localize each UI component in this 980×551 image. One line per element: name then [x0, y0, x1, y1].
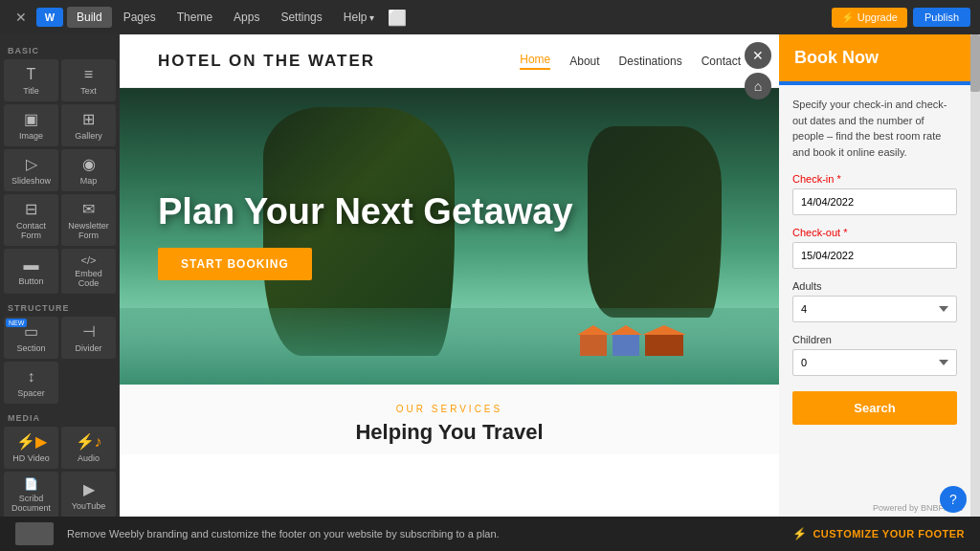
- search-button[interactable]: Search: [792, 391, 957, 425]
- panel-item-slideshow[interactable]: ▷ Slideshow: [4, 149, 58, 191]
- spacer-icon: ↕: [28, 368, 35, 386]
- gallery-label: Gallery: [75, 131, 102, 141]
- hut-1: [580, 335, 607, 356]
- gallery-icon: ⊞: [82, 110, 95, 128]
- panel-item-button[interactable]: ▬ Button: [4, 249, 58, 294]
- right-area: Book Now Specify your check-in and check…: [779, 34, 980, 517]
- website-preview: HOTEL ON THE WATER Home About Destinatio…: [120, 34, 779, 517]
- button-icon: ▬: [24, 256, 39, 274]
- panel-item-gallery[interactable]: ⊞ Gallery: [61, 104, 116, 146]
- media-grid: ⚡▶ HD Video ⚡♪ Audio 📄 Scribd Document ▶…: [4, 427, 116, 517]
- children-select[interactable]: 0 1 2 3: [792, 349, 957, 376]
- right-panel: Book Now Specify your check-in and check…: [779, 34, 970, 517]
- panel-item-map[interactable]: ◉ Map: [61, 149, 116, 191]
- adults-group: Adults 4 1 2 3 5: [792, 280, 957, 322]
- nav-apps[interactable]: Apps: [224, 7, 269, 28]
- start-booking-button[interactable]: START BOOKING: [158, 248, 312, 280]
- checkout-input[interactable]: [792, 242, 957, 269]
- divider-label: Divider: [75, 343, 101, 353]
- right-scrollbar[interactable]: [970, 34, 980, 517]
- below-hero: OUR SERVICES Helping You Travel: [120, 385, 779, 454]
- book-now-body: Specify your check-in and check-out date…: [779, 85, 970, 499]
- panel-item-audio[interactable]: ⚡♪ Audio: [61, 427, 116, 469]
- weebly-logo: W: [36, 8, 63, 27]
- nav-help[interactable]: Help: [334, 7, 384, 28]
- hut-2: [612, 335, 639, 356]
- button-label: Button: [18, 276, 43, 286]
- book-description: Specify your check-in and check-out date…: [792, 97, 957, 160]
- checkin-input[interactable]: [792, 188, 957, 215]
- text-label: Text: [80, 86, 97, 96]
- section-structure-label: STRUCTURE: [4, 298, 116, 317]
- checkout-label: Check-out *: [792, 227, 957, 238]
- adults-label: Adults: [792, 280, 957, 292]
- floating-huts: [580, 335, 683, 356]
- nav-build[interactable]: Build: [67, 7, 112, 28]
- preview-home-button[interactable]: ⌂: [745, 73, 771, 99]
- image-label: Image: [19, 131, 43, 141]
- checkin-group: Check-in *: [792, 173, 957, 215]
- panel-item-title[interactable]: T Title: [4, 59, 58, 101]
- nav-pages[interactable]: Pages: [114, 7, 166, 28]
- embed-icon: </>: [81, 254, 97, 266]
- hero-title: Plan Your Next Getaway: [158, 192, 779, 232]
- nav-about[interactable]: About: [569, 55, 599, 68]
- left-panel: BASIC T Title ≡ Text ▣ Image ⊞ Gallery ▷…: [0, 34, 120, 517]
- newsletter-label: Newsletter Form: [65, 221, 112, 240]
- youtube-icon: ▶: [83, 480, 95, 498]
- nav-theme[interactable]: Theme: [167, 7, 222, 28]
- preview-close-button[interactable]: ✕: [745, 42, 771, 69]
- hero-section: Plan Your Next Getaway START BOOKING: [120, 88, 779, 385]
- map-icon: ◉: [82, 155, 96, 173]
- hd-video-label: HD Video: [12, 453, 49, 463]
- structure-grid: NEW ▭ Section ⊣ Divider ↕ Spacer: [4, 317, 116, 404]
- close-icon[interactable]: ✕: [10, 6, 33, 29]
- customize-footer-button[interactable]: CUSTOMIZE YOUR FOOTER: [813, 528, 965, 540]
- nav-settings[interactable]: Settings: [271, 7, 331, 28]
- panel-item-scribd[interactable]: 📄 Scribd Document: [4, 472, 58, 517]
- hero-content: Plan Your Next Getaway START BOOKING: [120, 192, 779, 280]
- contact-form-label: Contact Form: [8, 221, 55, 240]
- hut-3: [645, 335, 683, 356]
- lightning-icon: ⚡: [792, 527, 807, 540]
- book-now-header: Book Now: [779, 34, 970, 81]
- nav-contact[interactable]: Contact: [702, 55, 741, 68]
- scribd-label: Scribd Document: [8, 494, 55, 513]
- panel-item-newsletter[interactable]: ✉ Newsletter Form: [61, 194, 116, 246]
- panel-item-spacer[interactable]: ↕ Spacer: [4, 362, 58, 404]
- top-bar-left: ✕ W Build Pages Theme Apps Settings Help…: [10, 6, 407, 29]
- panel-item-image[interactable]: ▣ Image: [4, 104, 58, 146]
- checkin-label: Check-in *: [792, 173, 957, 185]
- panel-item-embed[interactable]: </> Embed Code: [61, 249, 116, 294]
- hd-video-icon: ⚡▶: [16, 432, 47, 451]
- adults-select[interactable]: 4 1 2 3 5: [792, 296, 957, 322]
- top-bar: ✕ W Build Pages Theme Apps Settings Help…: [0, 0, 980, 34]
- preview-overlay-buttons: ✕ ⌂: [745, 42, 771, 99]
- divider-icon: ⊣: [82, 322, 96, 341]
- basic-grid: T Title ≡ Text ▣ Image ⊞ Gallery ▷ Slide…: [4, 59, 116, 294]
- help-bubble[interactable]: ?: [940, 486, 967, 513]
- bottom-bar: Remove Weebly branding and customize the…: [0, 517, 980, 551]
- site-nav: Home About Destinations Contact: [520, 53, 741, 70]
- panel-item-contact-form[interactable]: ⊟ Contact Form: [4, 194, 58, 246]
- services-label: OUR SERVICES: [158, 404, 741, 414]
- bottom-bar-text: Remove Weebly branding and customize the…: [67, 528, 779, 540]
- youtube-label: YouTube: [72, 501, 105, 511]
- panel-item-youtube[interactable]: ▶ YouTube: [61, 472, 116, 517]
- panel-item-hd-video[interactable]: ⚡▶ HD Video: [4, 427, 58, 469]
- nav-destinations[interactable]: Destinations: [619, 55, 682, 68]
- upgrade-button[interactable]: ⚡ Upgrade: [832, 8, 907, 28]
- panel-item-text[interactable]: ≡ Text: [61, 59, 116, 101]
- section-basic-label: BASIC: [4, 40, 116, 59]
- spacer-label: Spacer: [17, 388, 45, 398]
- nav-home[interactable]: Home: [520, 53, 550, 70]
- image-icon: ▣: [24, 110, 38, 128]
- services-title: Helping You Travel: [158, 420, 741, 445]
- publish-button[interactable]: Publish: [913, 8, 970, 27]
- bottom-bar-right: ⚡ CUSTOMIZE YOUR FOOTER: [792, 527, 965, 540]
- title-label: Title: [23, 86, 39, 96]
- children-label: Children: [792, 334, 957, 345]
- panel-item-divider[interactable]: ⊣ Divider: [61, 317, 116, 359]
- monitor-icon[interactable]: ⬜: [388, 9, 407, 27]
- panel-item-section[interactable]: NEW ▭ Section: [4, 317, 58, 359]
